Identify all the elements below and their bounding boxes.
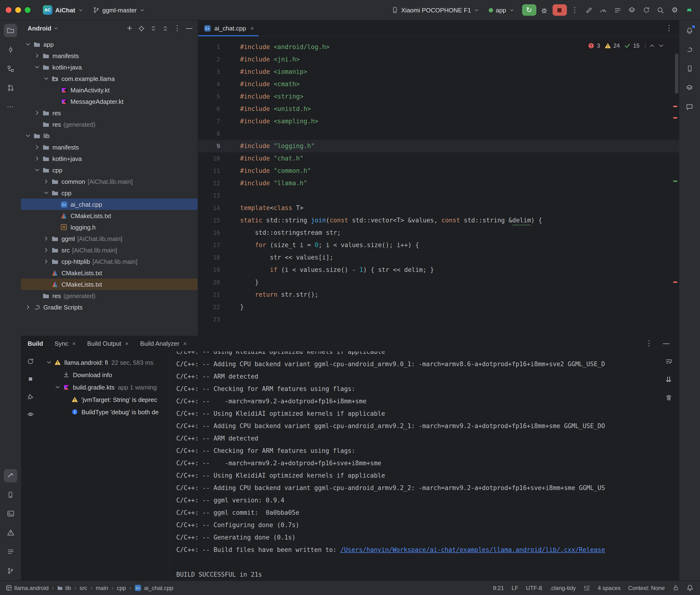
build-event-download-info[interactable]: Download info	[40, 369, 170, 381]
code-line-4[interactable]: 4#include <cmath>	[198, 78, 679, 90]
live-edit-icon[interactable]	[583, 4, 595, 16]
run-config-selector[interactable]: app	[485, 5, 518, 15]
close-tab-icon[interactable]: ×	[72, 340, 76, 347]
tree-item-ai-chat-cpp[interactable]: C+ai_chat.cpp	[21, 199, 198, 210]
build-console[interactable]: C/C++: -- Using KleidiAI optimized kerne…	[170, 351, 679, 581]
chevron-down-icon[interactable]	[42, 190, 50, 196]
settings-icon[interactable]: ⚙	[669, 4, 681, 16]
caret-position[interactable]: 9:21	[493, 585, 504, 591]
close-tab-icon[interactable]: ×	[183, 340, 187, 347]
error-stripe-mark[interactable]	[673, 106, 677, 107]
resource-context[interactable]: Context: None	[628, 585, 665, 591]
hide-panel-button[interactable]: —	[184, 23, 195, 34]
chevron-right-icon[interactable]	[33, 52, 41, 59]
change-stripe-mark[interactable]	[673, 180, 677, 182]
chevron-down-icon[interactable]	[53, 384, 61, 391]
chevron-down-icon[interactable]	[33, 64, 41, 70]
code-line-8[interactable]: 8	[198, 128, 679, 140]
chevron-right-icon[interactable]	[33, 155, 41, 162]
chevron-right-icon[interactable]	[33, 110, 41, 116]
structure-tool-button[interactable]	[4, 62, 17, 75]
gradle-tool-button[interactable]	[683, 43, 696, 56]
clang-tidy-indicator[interactable]: .clang-tidy	[550, 585, 576, 591]
notifications-button[interactable]	[683, 24, 696, 37]
commit-tool-button[interactable]	[4, 43, 17, 56]
tree-item-kotlin-java[interactable]: kotlin+java	[21, 61, 198, 73]
build-tab-sync[interactable]: Sync×	[55, 340, 76, 347]
tree-item-cmakelists-txt[interactable]: CMakeLists.txt	[21, 210, 198, 221]
running-devices-tool-button[interactable]	[683, 81, 696, 94]
code-line-5[interactable]: 5#include <string>	[198, 90, 679, 103]
tree-item-manifests[interactable]: manifests	[21, 50, 198, 61]
code-line-18[interactable]: 18 str << values[i];	[198, 251, 679, 264]
close-window-button[interactable]	[6, 7, 11, 13]
chevron-right-icon[interactable]	[24, 304, 32, 310]
tree-item-res[interactable]: res	[21, 107, 198, 119]
code-line-7[interactable]: 7#include <sampling.h>	[198, 115, 679, 128]
code-line-17[interactable]: 17 for (size_t i = 0; i < values.size();…	[198, 239, 679, 251]
code-line-21[interactable]: 21 return str.str();	[198, 289, 679, 301]
build-tool-title[interactable]: Build	[28, 340, 43, 347]
prev-problem-icon[interactable]	[648, 42, 655, 49]
tree-item-src[interactable]: src[AiChat.lib.main]	[21, 244, 198, 256]
build-event-build-gradle-kts[interactable]: build.gradle.ktsapp 1 warning	[40, 381, 170, 393]
tree-item-lib[interactable]: lib	[21, 130, 198, 141]
code-line-22[interactable]: 22}	[198, 301, 679, 313]
tree-item-cmakelists-txt[interactable]: CMakeLists.txt	[21, 267, 198, 279]
tree-item-cmakelists-txt[interactable]: CMakeLists.txt	[21, 279, 198, 290]
breadcrumb-ai-chat-cpp[interactable]: C+ai_chat.cpp	[135, 584, 173, 591]
toggle-view-icon[interactable]	[24, 408, 37, 421]
zoom-window-button[interactable]	[25, 7, 30, 13]
debug-button[interactable]	[538, 4, 551, 16]
code-line-23[interactable]: 23	[198, 313, 679, 326]
clear-console-icon[interactable]	[662, 391, 675, 404]
tree-item-logging-h[interactable]: Hlogging.h	[21, 221, 198, 233]
minimize-window-button[interactable]	[15, 7, 21, 13]
pull-requests-tool-button[interactable]	[4, 81, 17, 94]
project-widget[interactable]: AC AiChat	[39, 4, 87, 16]
tree-item-manifests[interactable]: manifests	[21, 141, 198, 153]
device-manager-tool-button[interactable]	[683, 62, 696, 75]
build-tool-button[interactable]	[4, 469, 17, 482]
terminal-tool-button[interactable]	[4, 507, 17, 520]
build-event-buildtype-debug-is-both-de[interactable]: BuildType 'debug' is both de	[40, 406, 170, 418]
project-tool-button[interactable]	[4, 24, 17, 37]
tree-item-cpp[interactable]: cpp	[21, 187, 198, 199]
tree-item-cpp-httplib[interactable]: cpp-httplib[AiChat.lib.main]	[21, 256, 198, 267]
breadcrumb-src[interactable]: src	[80, 585, 87, 591]
file-link[interactable]: /Users/hanyin/Workspace/ai-chat/examples…	[340, 546, 605, 553]
tree-item-mainactivity-kt[interactable]: MainActivity.kt	[21, 84, 198, 96]
tree-item-res[interactable]: res(generated)	[21, 290, 198, 302]
editor-options-icon[interactable]: ⋮	[663, 22, 675, 34]
code-line-3[interactable]: 3#include <iomanip>	[198, 66, 679, 78]
project-view-selector[interactable]: Android	[28, 25, 59, 32]
chevron-right-icon[interactable]	[33, 144, 41, 150]
chevron-right-icon[interactable]	[42, 258, 50, 265]
chevron-down-icon[interactable]	[45, 359, 53, 366]
chevron-right-icon[interactable]	[42, 178, 50, 185]
build-options-icon[interactable]: ⋮	[643, 337, 655, 350]
app-inspection-icon[interactable]	[626, 4, 638, 16]
more-run-actions-button[interactable]: ⋮	[568, 4, 581, 16]
code-line-15[interactable]: 15static std::string join(const std::vec…	[198, 214, 679, 227]
soft-wrap-icon[interactable]	[662, 355, 675, 368]
select-opened-file-button[interactable]	[136, 23, 147, 34]
indent-setting[interactable]: 4 spaces	[598, 585, 621, 591]
code-line-9[interactable]: 9#include "logging.h"	[198, 140, 679, 152]
logcat-tool-button[interactable]	[4, 545, 17, 558]
assistant-tool-button[interactable]	[683, 100, 696, 113]
close-tab-icon[interactable]: ×	[250, 25, 254, 32]
profile-avatar-icon[interactable]	[683, 4, 695, 16]
notifications-status-icon[interactable]	[686, 584, 693, 591]
pin-tab-icon[interactable]	[24, 391, 37, 403]
panel-options-button[interactable]: ⋮	[171, 23, 183, 34]
rerun-build-icon[interactable]	[24, 355, 37, 368]
version-control-tool-button[interactable]	[4, 564, 17, 577]
tree-item-common[interactable]: common[AiChat.lib.main]	[21, 176, 198, 187]
code-line-6[interactable]: 6#include <unistd.h>	[198, 103, 679, 115]
inspections-widget[interactable]: 3 24 15	[585, 41, 668, 51]
editor-scrollbar[interactable]	[675, 53, 678, 94]
line-separator-indicator[interactable]: LF	[512, 585, 518, 591]
tree-item-cpp[interactable]: cpp	[21, 164, 198, 176]
stop-build-icon[interactable]	[24, 373, 37, 385]
